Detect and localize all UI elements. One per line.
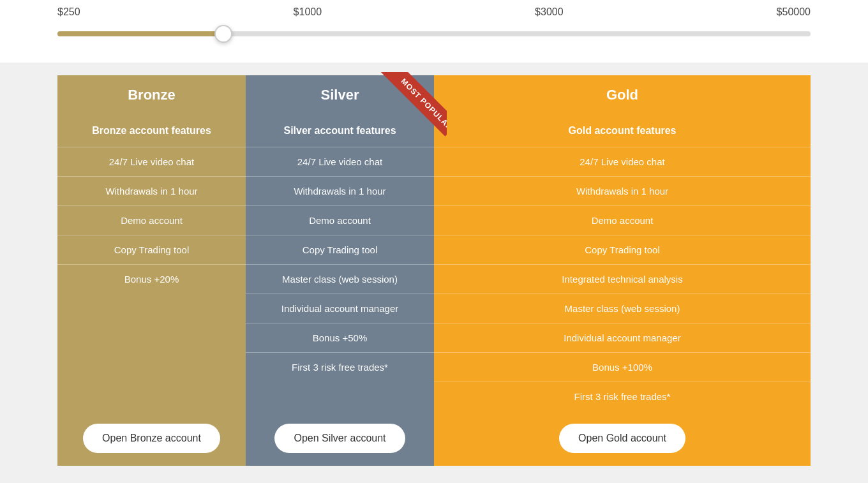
gold-column: Gold Gold account features 24/7 Live vid… — [434, 75, 811, 466]
open-silver-button[interactable]: Open Silver account — [274, 424, 405, 453]
gold-btn-row: Open Gold account — [434, 411, 811, 466]
gold-feature-3: Demo account — [434, 205, 811, 235]
bronze-column: Bronze Bronze account features 24/7 Live… — [57, 75, 246, 466]
slider-track — [57, 31, 811, 36]
bronze-spacer — [57, 294, 246, 411]
gold-feature-2: Withdrawals in 1 hour — [434, 176, 811, 205]
gold-feature-8: Bonus +100% — [434, 352, 811, 382]
bronze-feature-2: Withdrawals in 1 hour — [57, 176, 246, 205]
bronze-inner: Bronze account features 24/7 Live video … — [57, 115, 246, 466]
silver-feature-5: Master class (web session) — [246, 264, 434, 294]
open-gold-button[interactable]: Open Gold account — [559, 424, 685, 453]
slider-thumb[interactable] — [214, 25, 232, 43]
bronze-btn-row: Open Bronze account — [57, 411, 246, 466]
bronze-title: Bronze — [57, 75, 246, 115]
gold-feature-5: Integrated technical analysis — [434, 264, 811, 294]
slider-section: $250 $1000 $3000 $50000 — [0, 0, 868, 63]
gold-features-header: Gold account features — [434, 115, 811, 147]
gold-feature-4: Copy Trading tool — [434, 235, 811, 264]
comparison-table: Bronze Bronze account features 24/7 Live… — [57, 75, 811, 466]
slider-track-container[interactable] — [57, 24, 811, 43]
slider-fill — [57, 31, 223, 36]
silver-feature-8: First 3 risk free trades* — [246, 352, 434, 382]
gold-feature-1: 24/7 Live video chat — [434, 147, 811, 176]
comparison-section: Bronze Bronze account features 24/7 Live… — [0, 63, 868, 483]
silver-feature-4: Copy Trading tool — [246, 235, 434, 264]
silver-inner: Silver account features 24/7 Live video … — [246, 115, 434, 466]
silver-feature-2: Withdrawals in 1 hour — [246, 176, 434, 205]
gold-title: Gold — [434, 75, 811, 115]
gold-feature-7: Individual account manager — [434, 323, 811, 352]
label-50000: $50000 — [777, 6, 811, 18]
page-wrapper: $250 $1000 $3000 $50000 Bronze Bronze ac… — [0, 0, 868, 483]
slider-labels: $250 $1000 $3000 $50000 — [57, 6, 811, 18]
label-250: $250 — [57, 6, 80, 18]
silver-feature-3: Demo account — [246, 205, 434, 235]
silver-feature-6: Individual account manager — [246, 294, 434, 323]
gold-feature-6: Master class (web session) — [434, 294, 811, 323]
silver-column: MOST POPULAR Silver Silver account featu… — [246, 75, 434, 466]
gold-inner: Gold account features 24/7 Live video ch… — [434, 115, 811, 466]
silver-btn-row: Open Silver account — [246, 411, 434, 466]
bronze-features-header: Bronze account features — [57, 115, 246, 147]
gold-feature-9: First 3 risk free trades* — [434, 382, 811, 411]
silver-feature-1: 24/7 Live video chat — [246, 147, 434, 176]
label-3000: $3000 — [535, 6, 564, 18]
bronze-feature-5: Bonus +20% — [57, 264, 246, 294]
bronze-feature-1: 24/7 Live video chat — [57, 147, 246, 176]
bronze-feature-3: Demo account — [57, 205, 246, 235]
label-1000: $1000 — [294, 6, 322, 18]
bronze-feature-4: Copy Trading tool — [57, 235, 246, 264]
silver-title: Silver — [246, 75, 434, 115]
silver-feature-7: Bonus +50% — [246, 323, 434, 352]
open-bronze-button[interactable]: Open Bronze account — [83, 424, 220, 453]
silver-features-header: Silver account features — [246, 115, 434, 147]
